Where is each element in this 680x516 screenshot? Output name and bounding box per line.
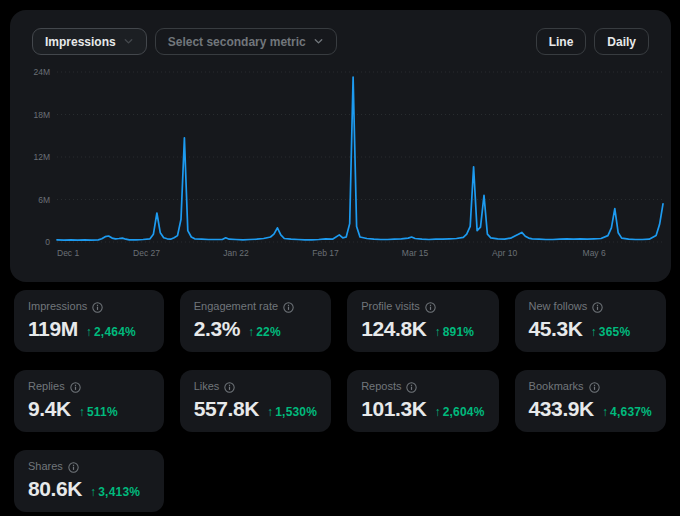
metric-card-label: Replies: [28, 380, 65, 393]
metric-card-change: ↑2,464%: [86, 325, 136, 339]
increase-arrow-icon: ↑: [434, 325, 440, 339]
info-icon[interactable]: [425, 302, 436, 313]
y-axis-tick-label: 24M: [33, 67, 50, 77]
metric-card: Impressions 119M ↑2,464%: [14, 290, 164, 352]
metric-card-value: 80.6K: [28, 476, 82, 501]
granularity-button[interactable]: Daily: [594, 28, 649, 55]
metric-card: Shares 80.6K ↑3,413%: [14, 450, 164, 512]
metric-card-value: 124.8K: [361, 316, 426, 341]
x-axis-tick-label: Dec 27: [133, 248, 160, 258]
secondary-metric-select[interactable]: Select secondary metric: [155, 28, 337, 55]
metric-card-label: Shares: [28, 460, 63, 473]
x-axis-tick-label: Jan 22: [223, 248, 249, 258]
metric-card: Bookmarks 433.9K ↑4,637%: [515, 370, 666, 432]
metric-card-label: Impressions: [28, 300, 87, 313]
info-icon[interactable]: [224, 382, 235, 393]
info-icon[interactable]: [68, 462, 79, 473]
increase-arrow-icon: ↑: [602, 405, 608, 419]
metric-card-value: 45.3K: [529, 316, 583, 341]
x-axis-tick-label: Apr 10: [492, 248, 517, 258]
metric-card-value: 557.8K: [194, 396, 259, 421]
metric-card-change: ↑1,530%: [267, 405, 317, 419]
metric-card: Replies 9.4K ↑511%: [14, 370, 164, 432]
info-icon[interactable]: [406, 382, 417, 393]
info-icon[interactable]: [592, 302, 603, 313]
impressions-line-chart[interactable]: 24M18M12M6M0Dec 1Dec 27Jan 22Feb 17Mar 1…: [20, 62, 670, 278]
metric-card-label: New follows: [529, 300, 588, 313]
primary-metric-button[interactable]: Impressions: [32, 28, 147, 55]
info-icon[interactable]: [70, 382, 81, 393]
chevron-down-icon: [313, 36, 324, 47]
chart-panel: Impressions Select secondary metric Line: [10, 10, 671, 282]
x-axis-tick-label: Dec 1: [57, 248, 79, 258]
increase-arrow-icon: ↑: [86, 325, 92, 339]
metric-card-value: 433.9K: [529, 396, 594, 421]
metric-card: New follows 45.3K ↑365%: [515, 290, 666, 352]
x-axis-tick-label: May 6: [583, 248, 606, 258]
metric-card: Likes 557.8K ↑1,530%: [180, 370, 331, 432]
y-axis-tick-label: 12M: [33, 152, 50, 162]
x-axis-tick-label: Feb 17: [312, 248, 339, 258]
metric-card-change: ↑891%: [434, 325, 474, 339]
metric-card-change: ↑4,637%: [602, 405, 652, 419]
metric-card-label: Bookmarks: [529, 380, 584, 393]
increase-arrow-icon: ↑: [267, 405, 273, 419]
metric-card-change: ↑22%: [248, 325, 281, 339]
increase-arrow-icon: ↑: [591, 325, 597, 339]
analytics-page: Impressions Select secondary metric Line: [0, 10, 680, 512]
metric-card-label: Engagement rate: [194, 300, 278, 313]
metric-card-value: 9.4K: [28, 396, 71, 421]
y-axis-tick-label: 18M: [33, 110, 50, 120]
metric-card-label: Profile visits: [361, 300, 420, 313]
info-icon[interactable]: [283, 302, 294, 313]
chart-type-button[interactable]: Line: [536, 28, 587, 55]
granularity-label: Daily: [607, 35, 636, 49]
metric-card-label: Reposts: [361, 380, 401, 393]
metric-card-label: Likes: [194, 380, 220, 393]
increase-arrow-icon: ↑: [434, 405, 440, 419]
increase-arrow-icon: ↑: [248, 325, 254, 339]
metric-card-change: ↑2,604%: [434, 405, 484, 419]
metric-card-value: 101.3K: [361, 396, 426, 421]
secondary-metric-placeholder: Select secondary metric: [168, 35, 306, 49]
y-axis-tick-label: 6M: [38, 195, 50, 205]
increase-arrow-icon: ↑: [79, 405, 85, 419]
metric-card: Engagement rate 2.3% ↑22%: [180, 290, 331, 352]
metric-card-change: ↑365%: [591, 325, 631, 339]
metric-card: Profile visits 124.8K ↑891%: [347, 290, 498, 352]
metric-card-change: ↑3,413%: [90, 485, 140, 499]
metric-card-value: 2.3%: [194, 316, 240, 341]
y-axis-tick-label: 0: [45, 237, 50, 247]
chart-display-options: Line Daily: [536, 28, 649, 55]
impressions-series-line: [57, 77, 663, 240]
metric-card: Reposts 101.3K ↑2,604%: [347, 370, 498, 432]
chevron-down-icon: [123, 36, 134, 47]
chart-area: 24M18M12M6M0Dec 1Dec 27Jan 22Feb 17Mar 1…: [20, 62, 670, 282]
info-icon[interactable]: [92, 302, 103, 313]
metric-card-value: 119M: [28, 316, 78, 341]
metric-card-change: ↑511%: [79, 405, 118, 419]
info-icon[interactable]: [589, 382, 600, 393]
chart-toolbar: Impressions Select secondary metric Line: [10, 28, 671, 55]
chart-type-label: Line: [549, 35, 574, 49]
increase-arrow-icon: ↑: [90, 485, 96, 499]
metric-selectors: Impressions Select secondary metric: [32, 28, 337, 55]
x-axis-tick-label: Mar 15: [402, 248, 429, 258]
primary-metric-label: Impressions: [45, 35, 116, 49]
metrics-summary-grid: Impressions 119M ↑2,464% Engagement rate: [14, 290, 666, 512]
